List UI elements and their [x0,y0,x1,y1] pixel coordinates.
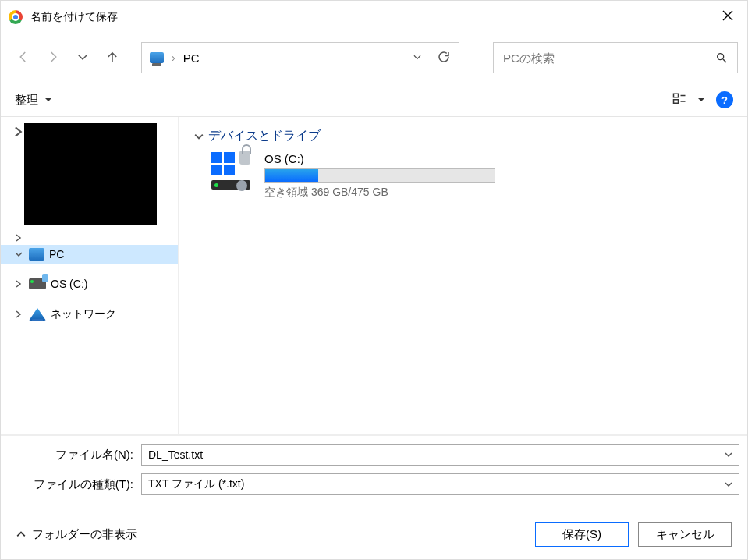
navbar: › PC [1,33,747,83]
chevron-down-icon[interactable] [412,51,423,65]
titlebar: 名前を付けて保存 [1,1,747,33]
filetype-combo[interactable]: TXT ファイル (*.txt) [141,473,739,495]
svg-rect-5 [674,99,679,103]
sidebar: PC OS (C:) ネットワーク [1,117,179,434]
group-label: デバイスとドライブ [208,128,321,144]
pc-icon [150,52,164,63]
drive-icon [211,152,255,190]
cancel-label: キャンセル [656,527,714,542]
hide-folders-button[interactable]: フォルダーの非表示 [16,527,137,542]
group-header[interactable]: デバイスとドライブ [194,128,732,144]
save-label: 保存(S) [562,527,601,542]
drive-name: OS (C:) [264,152,495,165]
history-dropdown[interactable] [76,50,90,66]
sidebar-item-user[interactable] [1,122,178,226]
save-as-dialog: 名前を付けて保存 › PC 整理 [0,0,748,560]
filename-label: ファイル名(N): [9,448,133,463]
form-area: ファイル名(N): DL_Test.txt ファイルの種類(T): TXT ファ… [1,434,747,509]
filename-value: DL_Test.txt [148,448,203,461]
search-icon [715,51,728,64]
chevron-right-icon[interactable] [13,280,24,288]
view-dropdown[interactable] [697,94,705,106]
dialog-title: 名前を付けて保存 [30,10,118,24]
search-box[interactable] [493,42,738,73]
view-options-icon[interactable] [672,92,686,108]
pc-icon [29,248,44,261]
sidebar-item-pc[interactable]: PC [1,245,178,264]
address-location: PC [183,51,404,65]
cancel-button[interactable]: キャンセル [638,522,732,547]
capacity-text: 空き領域 369 GB/475 GB [264,186,495,200]
search-input[interactable] [503,51,715,65]
drive-icon [29,278,46,289]
chevron-down-icon[interactable] [725,451,732,459]
filetype-value: TXT ファイル (*.txt) [148,477,244,491]
organize-label: 整理 [15,93,38,108]
footer: フォルダーの非表示 保存(S) キャンセル [1,509,747,559]
chevron-down-icon[interactable] [725,480,732,488]
file-pane[interactable]: デバイスとドライブ OS (C:) 空き領域 369 GB/475 GB [179,117,747,434]
filename-combo[interactable]: DL_Test.txt [141,444,739,466]
address-bar[interactable]: › PC [141,42,459,73]
save-button[interactable]: 保存(S) [535,522,629,547]
hide-folders-label: フォルダーの非表示 [32,527,137,542]
filetype-label: ファイルの種類(T): [9,477,133,492]
capacity-bar [264,168,495,183]
chevron-down-icon[interactable] [13,250,24,258]
chevron-down-icon [194,132,204,141]
sidebar-item-label: PC [49,248,64,261]
sidebar-item-network[interactable]: ネットワーク [1,304,178,324]
address-separator: › [172,51,175,64]
drive-item-os-c[interactable]: OS (C:) 空き領域 369 GB/475 GB [194,152,732,200]
toolbar: 整理 ? [1,83,747,117]
forward-button[interactable] [46,50,60,66]
sidebar-item-spacer [1,231,178,245]
chrome-icon [9,10,23,24]
organize-button[interactable]: 整理 [15,93,52,108]
network-icon [29,308,46,321]
sidebar-item-os-c[interactable]: OS (C:) [1,275,178,293]
chevron-right-icon[interactable] [13,310,24,318]
help-icon[interactable]: ? [716,91,733,108]
svg-point-2 [718,54,724,60]
back-button[interactable] [16,50,30,66]
up-button[interactable] [105,50,119,66]
sidebar-item-label: OS (C:) [51,278,87,290]
close-icon[interactable] [719,7,736,27]
svg-line-3 [723,59,726,62]
refresh-icon[interactable] [437,50,451,66]
svg-rect-4 [674,94,679,97]
sidebar-item-label: ネットワーク [51,307,116,321]
user-thumbnail [24,123,157,225]
chevron-up-icon [16,530,26,539]
